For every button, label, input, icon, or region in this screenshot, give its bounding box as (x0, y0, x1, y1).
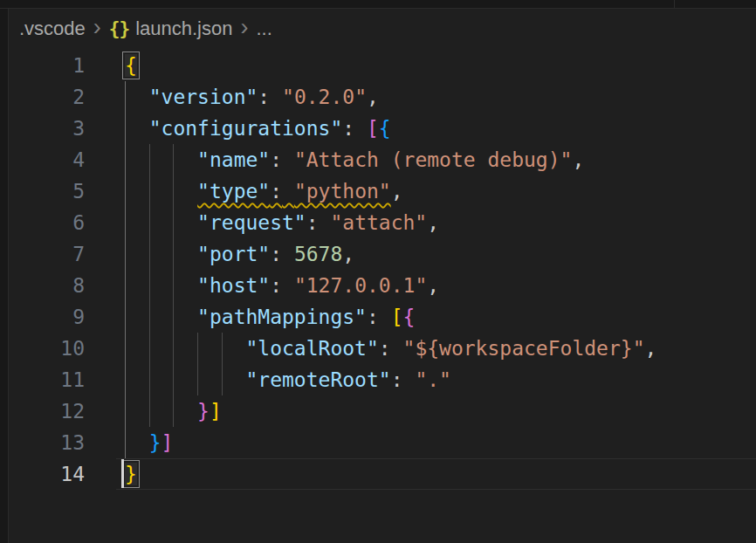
code-line[interactable]: 14} (9, 458, 756, 490)
line-number[interactable]: 11 (9, 364, 85, 395)
bracket-match: } (125, 463, 137, 485)
json-file-icon: {} (109, 18, 129, 39)
code-line-text: "remoteRoot": "." (125, 364, 756, 395)
breadcrumb-file-label: launch.json (135, 17, 232, 40)
code-line-text: } (125, 458, 756, 490)
breadcrumb-file[interactable]: {} launch.json (109, 17, 233, 40)
code-line[interactable]: 6 "request": "attach", (9, 207, 756, 238)
line-number[interactable]: 7 (9, 238, 85, 270)
line-number[interactable]: 5 (9, 175, 85, 207)
code-editor[interactable]: 1{2 "version": "0.2.0",3 "configurations… (9, 50, 756, 490)
breadcrumbs: .vscode › {} launch.json › ... (9, 9, 756, 49)
code-line-text: "configurations": [{ (125, 113, 756, 144)
bracket-match: { (125, 54, 137, 77)
code-line-text: "request": "attach", (125, 207, 756, 238)
breadcrumb-folder[interactable]: .vscode (19, 17, 86, 40)
breadcrumb-symbol-ellipsis[interactable]: ... (256, 17, 271, 40)
line-number[interactable]: 9 (9, 301, 85, 333)
code-line-text: }] (125, 395, 756, 427)
code-line-text: "type": "python", (125, 175, 756, 207)
line-number[interactable]: 6 (9, 207, 85, 238)
code-line-text: "port": 5678, (125, 238, 756, 270)
code-line[interactable]: 10 "localRoot": "${workspaceFolder}", (9, 333, 756, 364)
chevron-right-icon: › (93, 18, 101, 36)
line-number[interactable]: 12 (9, 395, 85, 427)
line-number[interactable]: 14 (9, 458, 85, 490)
code-line-text: }] (125, 427, 756, 458)
code-line[interactable]: 8 "host": "127.0.0.1", (9, 270, 756, 301)
line-number[interactable]: 2 (9, 81, 85, 113)
code-line[interactable]: 7 "port": 5678, (9, 238, 756, 270)
tab-divider (674, 0, 675, 8)
code-line[interactable]: 5 "type": "python", (9, 175, 756, 207)
code-line-text: "pathMappings": [{ (125, 301, 756, 333)
code-line-text: "localRoot": "${workspaceFolder}", (125, 333, 756, 364)
code-line[interactable]: 13 }] (9, 427, 756, 458)
code-line[interactable]: 11 "remoteRoot": "." (9, 364, 756, 395)
text-cursor (121, 459, 124, 488)
code-line-text: "version": "0.2.0", (125, 81, 756, 113)
code-line-text: { (125, 50, 756, 81)
line-number[interactable]: 10 (9, 333, 85, 364)
code-line[interactable]: 3 "configurations": [{ (9, 113, 756, 144)
code-line-text: "name": "Attach (remote debug)", (125, 144, 756, 175)
code-line[interactable]: 2 "version": "0.2.0", (9, 81, 756, 113)
code-line[interactable]: 1{ (9, 50, 756, 81)
activity-bar-edge (0, 0, 9, 543)
line-number[interactable]: 8 (9, 270, 85, 301)
code-line-text: "host": "127.0.0.1", (125, 270, 756, 301)
code-line[interactable]: 12 }] (9, 395, 756, 427)
code-line[interactable]: 9 "pathMappings": [{ (9, 301, 756, 333)
line-number[interactable]: 13 (9, 427, 85, 458)
tab-bar-remnant (0, 0, 756, 9)
chevron-right-icon: › (240, 18, 248, 36)
line-number[interactable]: 3 (9, 113, 85, 144)
line-number[interactable]: 1 (9, 50, 85, 81)
warning-squiggle: "type": "python" (197, 180, 391, 203)
line-number[interactable]: 4 (9, 144, 85, 175)
code-line[interactable]: 4 "name": "Attach (remote debug)", (9, 144, 756, 175)
